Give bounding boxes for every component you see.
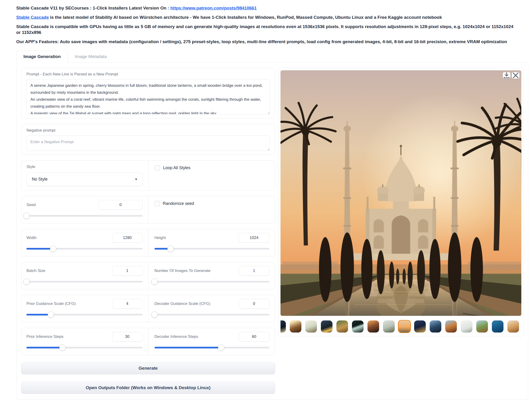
num-images-label: Number Of Images To Generate (155, 266, 211, 273)
image-gallery (278, 68, 524, 337)
prior-steps-field: Prior Inference Steps (21, 328, 148, 355)
image-toolbar (503, 72, 519, 79)
batch-row: Batch Size Number Of Images To Generate (21, 262, 275, 289)
close-icon (512, 72, 519, 79)
tab-image-metadata[interactable]: Image Metadata (68, 51, 114, 63)
negative-prompt-label: Negative prompt (26, 128, 270, 133)
thumbnail-white-interior[interactable] (461, 321, 472, 333)
chevron-down-icon: ▼ (134, 178, 138, 181)
decoder-cfg-field: Decoder Guidance Scale (CFG) (148, 295, 275, 322)
open-outputs-button[interactable]: Open Outputs Folder (Works on Windows & … (21, 382, 275, 394)
checkbox-box[interactable] (155, 165, 160, 171)
decoder-steps-slider[interactable] (155, 344, 270, 351)
slider-handle[interactable] (23, 212, 30, 219)
thumbnail-strip[interactable] (281, 320, 521, 333)
thumbnail-dog-in-lake[interactable] (336, 321, 348, 333)
width-slider[interactable] (26, 245, 143, 252)
thumbnail-bright-dining-room[interactable] (305, 321, 317, 333)
thumbnail-figure-dark-scene[interactable] (281, 321, 286, 333)
height-field: Height (148, 229, 275, 256)
seed-slider[interactable] (26, 212, 143, 219)
negative-prompt-input[interactable] (26, 135, 270, 151)
seed-input[interactable] (99, 200, 143, 210)
randomize-seed-label: Randomize seed (163, 201, 194, 206)
stable-cascade-link[interactable]: Stable Cascade (16, 15, 49, 20)
slider-handle[interactable] (218, 344, 224, 351)
width-label: Width (26, 233, 36, 240)
slider-handle[interactable] (167, 245, 173, 252)
prior-steps-slider[interactable] (26, 344, 143, 351)
decoder-steps-input[interactable] (239, 332, 269, 342)
thumbnail-autumn-mountain-lake[interactable] (445, 321, 457, 333)
app-header: Stable Cascade V11 by SECourses : 1-Clic… (16, 5, 528, 45)
thumbnail-coral-reef[interactable] (492, 321, 503, 333)
seed-field: Seed (21, 196, 148, 223)
generation-form: Prompt - Each New Line is Parsed as a Ne… (21, 68, 275, 393)
batch-size-slider[interactable] (26, 278, 143, 285)
thumbnail-forest-cabin-night[interactable] (321, 321, 332, 333)
style-selected-value: No Style (32, 177, 47, 182)
decoder-cfg-slider[interactable] (155, 311, 270, 318)
decoder-cfg-input[interactable] (239, 299, 269, 309)
seed-row: Seed Randomize seed (21, 196, 275, 223)
negative-prompt-group: Negative prompt (21, 124, 275, 155)
generate-button[interactable]: Generate (21, 362, 275, 374)
width-field: Width (21, 229, 148, 256)
num-images-input[interactable] (239, 266, 269, 276)
style-dropdown[interactable]: No Style ▼ (26, 173, 143, 186)
num-images-slider[interactable] (155, 278, 270, 285)
decoder-cfg-label: Decoder Guidance Scale (CFG) (155, 299, 211, 306)
loop-all-styles-checkbox[interactable]: Loop All Styles (155, 165, 269, 171)
thumbnail-kitten-with-yarn[interactable] (507, 321, 519, 333)
height-input[interactable] (239, 233, 269, 243)
checkbox-box[interactable] (155, 201, 160, 206)
header-line-1: Stable Cascade V11 by SECourses : 1-Clic… (16, 5, 517, 11)
generated-image-taj-mahal[interactable] (281, 70, 521, 316)
thumbnail-egg-shaped-building[interactable] (383, 321, 395, 333)
loop-all-styles-field: Loop All Styles (149, 161, 275, 190)
thumbnail-owl-night[interactable] (430, 321, 441, 333)
taj-mahal-sunset-illustration (281, 70, 521, 316)
prior-cfg-field: Prior Guidance Scale (CFG) (21, 295, 148, 322)
prior-cfg-label: Prior Guidance Scale (CFG) (26, 299, 76, 306)
thumbnail-waterfall-moonlight[interactable] (352, 321, 364, 333)
thumbnail-paris-street-night[interactable] (414, 321, 426, 333)
slider-handle[interactable] (151, 311, 157, 318)
prior-cfg-input[interactable] (112, 299, 143, 309)
style-field: Style No Style ▼ (21, 161, 149, 190)
width-input[interactable] (112, 233, 143, 243)
height-slider[interactable] (155, 245, 270, 252)
randomize-seed-checkbox[interactable]: Randomize seed (155, 201, 270, 206)
tab-bar: Image Generation Image Metadata (16, 51, 528, 63)
header-line-2-text: is the latest model of Stability AI base… (49, 15, 442, 20)
tab-image-generation[interactable]: Image Generation (16, 51, 68, 63)
thumbnail-garden-path[interactable] (476, 321, 488, 333)
thumbnail-barrel-cellar[interactable] (290, 321, 301, 333)
randomize-seed-field: Randomize seed (148, 196, 275, 223)
height-label: Height (155, 233, 166, 240)
style-label: Style (26, 164, 143, 169)
app-root: Stable Cascade V11 by SECourses : 1-Clic… (0, 0, 532, 399)
prompt-input[interactable]: A serene Japanese garden in spring, cher… (26, 79, 270, 114)
patreon-link[interactable]: https://www.patreon.com/posts/98410661 (170, 6, 257, 10)
slider-handle[interactable] (59, 344, 66, 351)
download-image-button[interactable] (503, 72, 510, 79)
download-icon (503, 72, 510, 79)
batch-size-label: Batch Size (26, 266, 45, 273)
thumbnail-taj-mahal-sunset[interactable] (399, 321, 410, 333)
slider-handle[interactable] (23, 278, 30, 285)
seed-label: Seed (26, 200, 36, 207)
slider-handle[interactable] (151, 278, 157, 285)
slider-handle[interactable] (50, 245, 56, 252)
loop-all-styles-label: Loop All Styles (163, 165, 190, 170)
prior-steps-input[interactable] (112, 332, 143, 342)
style-row: Style No Style ▼ Loop All Styles (21, 160, 275, 190)
batch-size-input[interactable] (112, 266, 143, 276)
prior-cfg-slider[interactable] (26, 311, 143, 318)
header-line-1-text: Stable Cascade V11 by SECourses : 1-Clic… (16, 6, 170, 10)
close-image-button[interactable] (512, 72, 519, 79)
prompt-group: Prompt - Each New Line is Parsed as a Ne… (21, 68, 275, 118)
batch-size-field: Batch Size (21, 262, 148, 289)
slider-handle[interactable] (48, 311, 54, 318)
thumbnail-a-frame-house-dusk[interactable] (368, 321, 379, 333)
